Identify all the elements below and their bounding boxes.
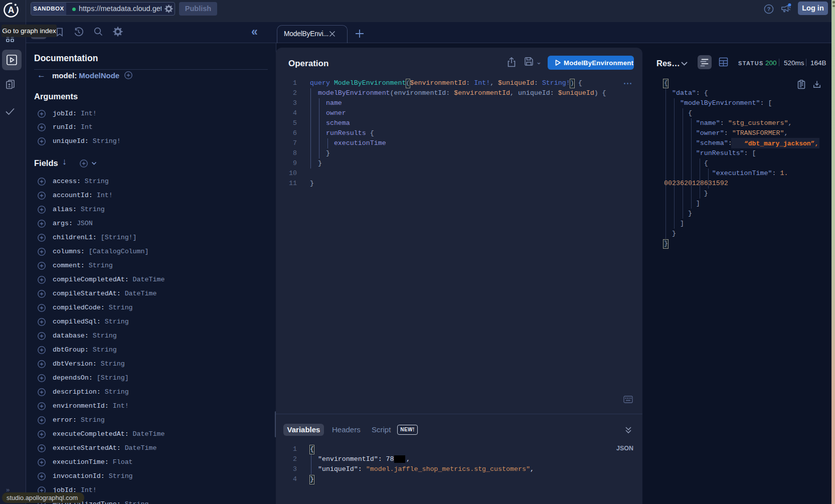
svg-text:?: ? xyxy=(767,6,770,12)
svg-text:A: A xyxy=(8,5,15,15)
